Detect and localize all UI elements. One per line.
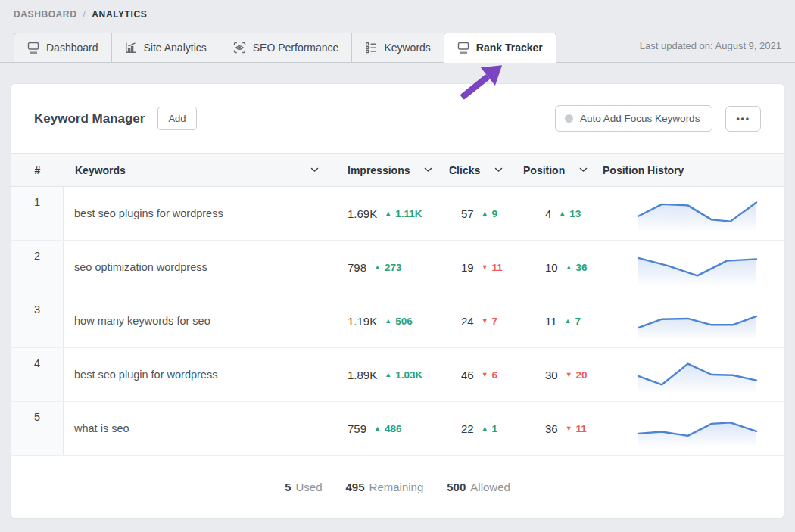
chevron-down-icon[interactable] [424, 167, 432, 173]
keyword-text: best seo plugin for wordpress [74, 369, 217, 381]
delta-value: 1.11K [395, 208, 422, 219]
row-number: 2 [11, 241, 64, 294]
table-row[interactable]: 5 what is seo 759 ▲ 486 22 ▲ 1 36 [11, 402, 784, 456]
list-icon [365, 42, 377, 54]
impressions-delta: ▲ 1.03K [385, 369, 422, 381]
clicks-cell: 24 ▼ 7 [438, 294, 512, 347]
delta-value: 506 [395, 316, 413, 327]
position-value: 10 [545, 261, 558, 274]
tab-seo-performance[interactable]: SEO Performance [220, 33, 353, 63]
position-history-cell [591, 294, 784, 347]
clicks-cell: 22 ▲ 1 [438, 402, 512, 455]
column-header-position-history: Position History [591, 154, 784, 186]
tab-rank-tracker[interactable]: Rank Tracker [444, 33, 556, 63]
chevron-down-icon[interactable] [494, 167, 503, 173]
trend-arrow-icon: ▲ [566, 264, 572, 271]
delta-value: 13 [569, 208, 581, 219]
delta-value: 6 [492, 369, 498, 381]
trend-arrow-icon: ▲ [374, 264, 381, 271]
tab-keywords[interactable]: Keywords [351, 33, 444, 63]
trend-arrow-icon: ▼ [566, 425, 572, 432]
row-number: 3 [11, 294, 64, 347]
quota-allowed-value: 500 [447, 481, 466, 493]
monitor-icon [27, 42, 39, 54]
breadcrumb-dashboard[interactable]: DASHBOARD [14, 9, 76, 20]
keyword-cell[interactable]: how many keywords for seo [64, 294, 336, 347]
bar-chart-icon [125, 42, 137, 54]
impressions-cell: 759 ▲ 486 [336, 402, 438, 455]
clicks-delta: ▼ 7 [482, 316, 497, 327]
panel-title: Keyword Manager [34, 111, 145, 126]
position-history-sparkline [637, 303, 758, 338]
row-number: 1 [11, 187, 64, 240]
column-label: Keywords [75, 164, 126, 176]
position-history-sparkline [637, 250, 758, 285]
position-history-cell [591, 402, 784, 455]
breadcrumb-separator: / [83, 9, 86, 20]
delta-value: 7 [575, 316, 581, 327]
row-number: 5 [11, 402, 64, 455]
clicks-value: 19 [461, 261, 474, 274]
trend-arrow-icon: ▲ [559, 210, 566, 217]
trend-arrow-icon: ▲ [385, 372, 391, 378]
table-row[interactable]: 1 best seo plugins for wordpress 1.69K ▲… [11, 187, 784, 241]
tab-dashboard[interactable]: Dashboard [14, 33, 112, 63]
add-keyword-button[interactable]: Add [157, 107, 196, 130]
keyword-cell[interactable]: best seo plugin for wordpress [64, 348, 336, 401]
position-delta: ▲ 7 [565, 316, 581, 327]
column-header-position[interactable]: Position [512, 154, 591, 186]
chevron-down-icon[interactable] [579, 167, 588, 173]
delta-value: 1 [492, 423, 498, 434]
table-row[interactable]: 4 best seo plugin for wordpress 1.89K ▲ … [11, 348, 784, 402]
position-value: 30 [545, 369, 558, 381]
keyword-cell[interactable]: what is seo [64, 402, 336, 455]
trend-arrow-icon: ▲ [482, 425, 488, 432]
delta-value: 7 [492, 316, 498, 327]
position-value: 4 [545, 207, 551, 220]
impressions-value: 1.69K [348, 207, 377, 220]
keyword-manager-panel: Keyword Manager Add Auto Add Focus Keywo… [11, 83, 784, 518]
tab-label: Rank Tracker [476, 42, 543, 54]
keyword-text: seo optimization wordpress [74, 261, 207, 273]
impressions-delta: ▲ 273 [374, 262, 401, 273]
impressions-delta: ▲ 486 [374, 423, 401, 434]
tab-label: SEO Performance [253, 42, 339, 54]
table-row[interactable]: 3 how many keywords for seo 1.19K ▲ 506 … [11, 294, 784, 348]
column-header-clicks[interactable]: Clicks [438, 154, 512, 186]
more-options-button[interactable]: ••• [725, 106, 761, 132]
clicks-cell: 19 ▼ 11 [438, 241, 512, 294]
keyword-text: how many keywords for seo [74, 315, 210, 327]
keyword-cell[interactable]: seo optimization wordpress [64, 241, 336, 294]
table-row[interactable]: 2 seo optimization wordpress 798 ▲ 273 1… [11, 241, 784, 294]
row-number: 4 [11, 348, 64, 401]
table-body: 1 best seo plugins for wordpress 1.69K ▲… [11, 187, 784, 456]
delta-value: 11 [576, 423, 587, 434]
chevron-down-icon[interactable] [310, 167, 319, 173]
position-history-cell [591, 348, 784, 401]
impressions-value: 798 [348, 261, 366, 274]
tab-site-analytics[interactable]: Site Analytics [111, 33, 220, 63]
quota-remaining-label: Remaining [369, 481, 424, 493]
delta-value: 9 [492, 208, 498, 219]
keyword-text: best seo plugins for wordpress [74, 207, 223, 219]
column-header-keywords[interactable]: Keywords [64, 154, 336, 186]
position-value: 36 [545, 422, 558, 435]
impressions-cell: 1.19K ▲ 506 [336, 294, 438, 347]
auto-add-focus-keywords-button[interactable]: Auto Add Focus Keywords [555, 105, 712, 132]
clicks-delta: ▲ 9 [482, 208, 497, 219]
keyword-cell[interactable]: best seo plugins for wordpress [64, 187, 336, 240]
clicks-cell: 46 ▼ 6 [438, 348, 512, 401]
impressions-cell: 1.89K ▲ 1.03K [336, 348, 438, 401]
keyword-text: what is seo [74, 422, 129, 434]
trend-arrow-icon: ▲ [374, 425, 381, 432]
trend-arrow-icon: ▼ [482, 318, 488, 325]
column-header-impressions[interactable]: Impressions [336, 154, 438, 186]
clicks-delta: ▲ 1 [482, 423, 497, 434]
monitor-icon [457, 42, 469, 54]
clicks-value: 57 [461, 207, 474, 220]
auto-add-label: Auto Add Focus Keywords [580, 113, 700, 124]
clicks-cell: 57 ▲ 9 [438, 187, 512, 240]
trend-arrow-icon: ▲ [482, 210, 488, 217]
position-delta: ▼ 11 [566, 423, 587, 434]
trend-arrow-icon: ▼ [566, 372, 572, 378]
